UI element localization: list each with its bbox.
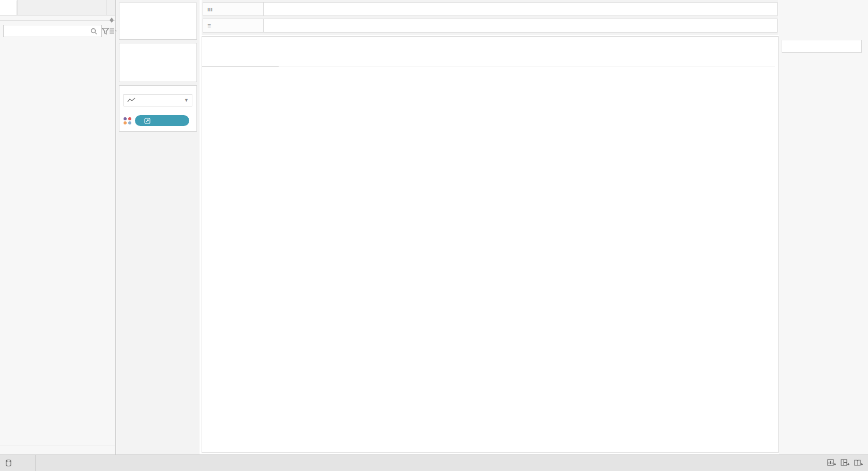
color-legend-icon bbox=[124, 117, 132, 124]
columns-icon: ııı bbox=[207, 6, 212, 13]
scroll-down-icon[interactable] bbox=[110, 20, 114, 23]
sheet-tab-bar bbox=[0, 454, 868, 471]
database-icon bbox=[6, 460, 11, 466]
pane-tabs bbox=[0, 0, 115, 15]
forecast-legend-card[interactable] bbox=[782, 40, 862, 53]
search-icon bbox=[88, 25, 99, 37]
data-sources-list bbox=[0, 15, 115, 21]
columns-shelf-label: ııı bbox=[203, 2, 264, 16]
filters-card[interactable] bbox=[119, 43, 197, 82]
parameters-header bbox=[0, 446, 115, 452]
worksheet bbox=[202, 36, 779, 453]
new-worksheet-icon[interactable] bbox=[826, 458, 837, 469]
tab-analytics[interactable] bbox=[17, 0, 107, 15]
marks-card: ▼ bbox=[119, 85, 197, 132]
rows-shelf[interactable] bbox=[264, 19, 778, 33]
legend-pane bbox=[779, 0, 868, 454]
chevron-down-icon: ▼ bbox=[184, 98, 189, 103]
folders-header bbox=[0, 40, 115, 45]
filter-fields-icon[interactable] bbox=[102, 25, 109, 37]
new-dashboard-icon[interactable] bbox=[839, 458, 850, 469]
new-story-icon[interactable] bbox=[852, 458, 864, 469]
rows-icon: ≡ bbox=[207, 22, 211, 29]
plot-top-border bbox=[279, 67, 775, 67]
legend-open-icon[interactable] bbox=[144, 118, 150, 124]
marks-color-pill[interactable] bbox=[135, 115, 189, 126]
data-pane bbox=[0, 0, 116, 454]
mark-type-dropdown[interactable]: ▼ bbox=[124, 94, 192, 106]
shelf-area: ııı ≡ bbox=[202, 0, 779, 35]
cards-column: ▼ bbox=[116, 0, 200, 454]
line-mark-icon bbox=[127, 98, 135, 103]
columns-shelf[interactable] bbox=[264, 2, 778, 16]
parameters-section bbox=[0, 446, 115, 454]
search-box bbox=[3, 25, 102, 37]
pages-card[interactable] bbox=[119, 3, 197, 40]
category-header-underline bbox=[202, 67, 279, 67]
trend-chart[interactable] bbox=[202, 72, 778, 449]
tab-datenquelle[interactable] bbox=[0, 455, 36, 471]
rows-shelf-label: ≡ bbox=[203, 19, 264, 33]
tab-daten[interactable] bbox=[0, 0, 17, 15]
search-input[interactable] bbox=[8, 27, 88, 35]
collapse-pane-icon[interactable] bbox=[107, 0, 115, 15]
